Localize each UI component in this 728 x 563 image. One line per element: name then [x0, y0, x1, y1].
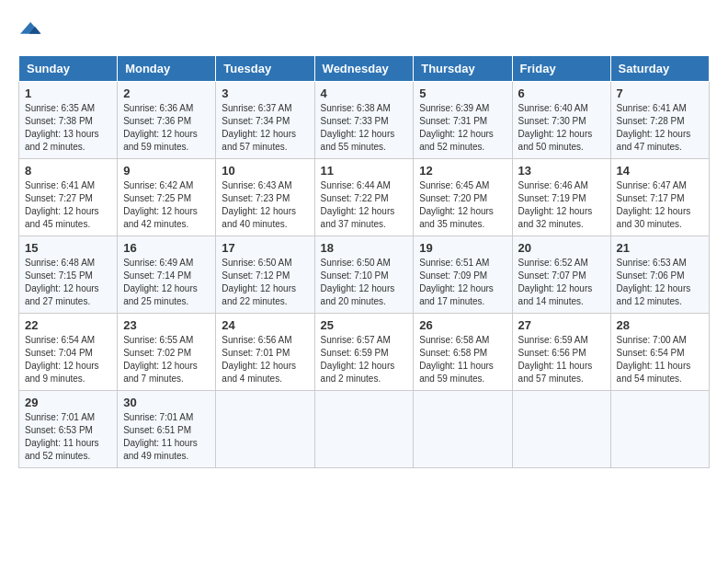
calendar-cell: 6Sunrise: 6:40 AM Sunset: 7:30 PM Daylig…: [512, 82, 610, 159]
calendar-cell: 17Sunrise: 6:50 AM Sunset: 7:12 PM Dayli…: [216, 236, 314, 314]
calendar-week-row: 22Sunrise: 6:54 AM Sunset: 7:04 PM Dayli…: [19, 314, 710, 391]
cell-content: Sunrise: 6:57 AM Sunset: 6:59 PM Dayligh…: [321, 334, 408, 385]
calendar-cell: [314, 391, 414, 468]
cell-content: Sunrise: 6:53 AM Sunset: 7:06 PM Dayligh…: [617, 257, 703, 308]
cell-content: Sunrise: 6:35 AM Sunset: 7:38 PM Dayligh…: [25, 102, 111, 154]
cell-content: Sunrise: 6:50 AM Sunset: 7:10 PM Dayligh…: [321, 257, 408, 308]
calendar-cell: [216, 391, 314, 468]
day-number: 27: [518, 318, 605, 332]
cell-content: Sunrise: 6:39 AM Sunset: 7:31 PM Dayligh…: [419, 102, 506, 154]
day-of-week-header: Sunday: [19, 56, 118, 82]
cell-content: Sunrise: 6:50 AM Sunset: 7:12 PM Dayligh…: [222, 257, 308, 308]
day-number: 20: [518, 241, 605, 255]
cell-content: Sunrise: 6:46 AM Sunset: 7:19 PM Dayligh…: [518, 179, 605, 231]
day-number: 19: [419, 241, 506, 255]
calendar-cell: 21Sunrise: 6:53 AM Sunset: 7:06 PM Dayli…: [610, 236, 709, 314]
day-number: 7: [617, 86, 703, 100]
day-number: 16: [123, 241, 210, 255]
cell-content: Sunrise: 7:01 AM Sunset: 6:51 PM Dayligh…: [123, 411, 210, 463]
day-of-week-header: Saturday: [610, 56, 709, 82]
day-number: 22: [25, 318, 111, 332]
calendar-cell: [610, 391, 709, 468]
calendar-week-row: 8Sunrise: 6:41 AM Sunset: 7:27 PM Daylig…: [19, 159, 710, 236]
day-number: 30: [123, 396, 210, 409]
day-number: 23: [123, 318, 210, 332]
day-number: 1: [25, 86, 111, 100]
logo-icon: [20, 18, 42, 40]
cell-content: Sunrise: 6:41 AM Sunset: 7:27 PM Dayligh…: [25, 179, 111, 231]
calendar-cell: 19Sunrise: 6:51 AM Sunset: 7:09 PM Dayli…: [414, 236, 512, 314]
calendar-cell: 14Sunrise: 6:47 AM Sunset: 7:17 PM Dayli…: [610, 159, 709, 236]
day-of-week-header: Tuesday: [216, 56, 314, 82]
day-number: 13: [518, 164, 605, 178]
calendar-cell: 30Sunrise: 7:01 AM Sunset: 6:51 PM Dayli…: [118, 391, 216, 468]
cell-content: Sunrise: 6:37 AM Sunset: 7:34 PM Dayligh…: [222, 102, 308, 154]
logo: [18, 18, 42, 40]
day-of-week-header: Monday: [118, 56, 216, 82]
day-number: 5: [419, 86, 506, 100]
calendar-cell: 13Sunrise: 6:46 AM Sunset: 7:19 PM Dayli…: [512, 159, 610, 236]
cell-content: Sunrise: 6:58 AM Sunset: 6:58 PM Dayligh…: [419, 334, 506, 385]
cell-content: Sunrise: 6:52 AM Sunset: 7:07 PM Dayligh…: [518, 257, 605, 308]
calendar-cell: 27Sunrise: 6:59 AM Sunset: 6:56 PM Dayli…: [512, 314, 610, 391]
calendar-cell: 3Sunrise: 6:37 AM Sunset: 7:34 PM Daylig…: [216, 82, 314, 159]
day-of-week-header: Thursday: [414, 56, 512, 82]
cell-content: Sunrise: 6:43 AM Sunset: 7:23 PM Dayligh…: [222, 179, 308, 231]
calendar-cell: 18Sunrise: 6:50 AM Sunset: 7:10 PM Dayli…: [314, 236, 414, 314]
day-number: 15: [25, 241, 111, 255]
day-number: 17: [222, 241, 308, 255]
day-number: 11: [321, 164, 408, 178]
cell-content: Sunrise: 7:00 AM Sunset: 6:54 PM Dayligh…: [617, 334, 703, 385]
cell-content: Sunrise: 6:38 AM Sunset: 7:33 PM Dayligh…: [321, 102, 408, 154]
cell-content: Sunrise: 6:54 AM Sunset: 7:04 PM Dayligh…: [25, 334, 111, 385]
calendar-cell: 10Sunrise: 6:43 AM Sunset: 7:23 PM Dayli…: [216, 159, 314, 236]
day-number: 25: [321, 318, 408, 332]
cell-content: Sunrise: 6:59 AM Sunset: 6:56 PM Dayligh…: [518, 334, 605, 385]
day-number: 18: [321, 241, 408, 255]
calendar-cell: 28Sunrise: 7:00 AM Sunset: 6:54 PM Dayli…: [610, 314, 709, 391]
calendar-cell: 5Sunrise: 6:39 AM Sunset: 7:31 PM Daylig…: [414, 82, 512, 159]
day-number: 14: [617, 164, 703, 178]
calendar-week-row: 1Sunrise: 6:35 AM Sunset: 7:38 PM Daylig…: [19, 82, 710, 159]
calendar-cell: 25Sunrise: 6:57 AM Sunset: 6:59 PM Dayli…: [314, 314, 414, 391]
calendar-cell: 2Sunrise: 6:36 AM Sunset: 7:36 PM Daylig…: [118, 82, 216, 159]
calendar-cell: 16Sunrise: 6:49 AM Sunset: 7:14 PM Dayli…: [118, 236, 216, 314]
calendar-cell: 9Sunrise: 6:42 AM Sunset: 7:25 PM Daylig…: [118, 159, 216, 236]
calendar-header-row: SundayMondayTuesdayWednesdayThursdayFrid…: [19, 56, 710, 82]
calendar-cell: 26Sunrise: 6:58 AM Sunset: 6:58 PM Dayli…: [414, 314, 512, 391]
cell-content: Sunrise: 6:47 AM Sunset: 7:17 PM Dayligh…: [617, 179, 703, 231]
calendar-cell: 24Sunrise: 6:56 AM Sunset: 7:01 PM Dayli…: [216, 314, 314, 391]
cell-content: Sunrise: 6:41 AM Sunset: 7:28 PM Dayligh…: [617, 102, 703, 154]
calendar-cell: [512, 391, 610, 468]
day-number: 26: [419, 318, 506, 332]
day-number: 4: [321, 86, 408, 100]
cell-content: Sunrise: 6:49 AM Sunset: 7:14 PM Dayligh…: [123, 257, 210, 308]
day-number: 2: [123, 86, 210, 100]
day-number: 24: [222, 318, 308, 332]
calendar-table: SundayMondayTuesdayWednesdayThursdayFrid…: [18, 55, 710, 468]
calendar-cell: 1Sunrise: 6:35 AM Sunset: 7:38 PM Daylig…: [19, 82, 118, 159]
calendar-cell: 12Sunrise: 6:45 AM Sunset: 7:20 PM Dayli…: [414, 159, 512, 236]
calendar-cell: 8Sunrise: 6:41 AM Sunset: 7:27 PM Daylig…: [19, 159, 118, 236]
day-number: 9: [123, 164, 210, 178]
day-number: 29: [25, 396, 111, 409]
day-number: 12: [419, 164, 506, 178]
day-of-week-header: Wednesday: [314, 56, 414, 82]
calendar-cell: 29Sunrise: 7:01 AM Sunset: 6:53 PM Dayli…: [19, 391, 118, 468]
day-number: 10: [222, 164, 308, 178]
cell-content: Sunrise: 6:36 AM Sunset: 7:36 PM Dayligh…: [123, 102, 210, 154]
cell-content: Sunrise: 6:42 AM Sunset: 7:25 PM Dayligh…: [123, 179, 210, 231]
cell-content: Sunrise: 6:48 AM Sunset: 7:15 PM Dayligh…: [25, 257, 111, 308]
day-of-week-header: Friday: [512, 56, 610, 82]
calendar-cell: 22Sunrise: 6:54 AM Sunset: 7:04 PM Dayli…: [19, 314, 118, 391]
cell-content: Sunrise: 7:01 AM Sunset: 6:53 PM Dayligh…: [25, 411, 111, 463]
cell-content: Sunrise: 6:56 AM Sunset: 7:01 PM Dayligh…: [222, 334, 308, 385]
day-number: 21: [617, 241, 703, 255]
calendar-cell: 23Sunrise: 6:55 AM Sunset: 7:02 PM Dayli…: [118, 314, 216, 391]
day-number: 3: [222, 86, 308, 100]
cell-content: Sunrise: 6:51 AM Sunset: 7:09 PM Dayligh…: [419, 257, 506, 308]
page-header: [18, 18, 710, 40]
day-number: 8: [25, 164, 111, 178]
calendar-cell: 20Sunrise: 6:52 AM Sunset: 7:07 PM Dayli…: [512, 236, 610, 314]
calendar-cell: 11Sunrise: 6:44 AM Sunset: 7:22 PM Dayli…: [314, 159, 414, 236]
